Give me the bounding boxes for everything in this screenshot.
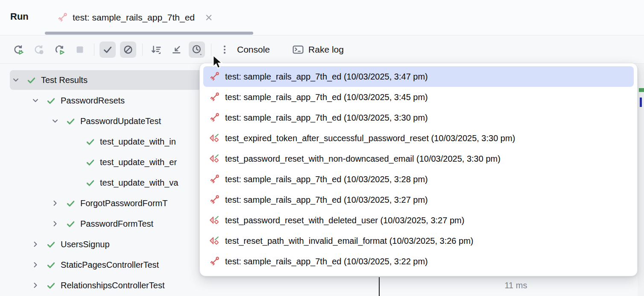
test-runner-toolbar: Console Rake log bbox=[0, 36, 644, 64]
toolbar-separator bbox=[142, 44, 143, 56]
rake-task-icon bbox=[209, 92, 220, 102]
test-passed-icon bbox=[85, 157, 95, 167]
test-duration: 11 ms bbox=[504, 275, 527, 296]
sort-duration-icon bbox=[150, 44, 161, 55]
panel-splitter[interactable] bbox=[379, 277, 380, 296]
chevron-right-icon[interactable] bbox=[50, 219, 60, 228]
history-item[interactable]: test: sample_rails_app_7th_ed (10/03/202… bbox=[203, 87, 634, 107]
history-item-label: test_password_reset_with_non-downcased_e… bbox=[225, 154, 501, 164]
history-item-label: test: sample_rails_app_7th_ed (10/03/202… bbox=[225, 257, 428, 266]
close-icon[interactable] bbox=[204, 13, 214, 22]
history-item[interactable]: test_password_reset_with_non-downcased_e… bbox=[203, 148, 634, 169]
chevron-down-icon[interactable] bbox=[50, 116, 60, 126]
rake-task-icon bbox=[209, 174, 220, 184]
tab-console[interactable]: Console bbox=[237, 44, 270, 55]
clock-icon bbox=[191, 44, 202, 55]
show-ignored-button[interactable] bbox=[120, 41, 136, 58]
history-item-label: test: sample_rails_app_7th_ed (10/03/202… bbox=[225, 113, 428, 123]
test-passed-icon bbox=[85, 178, 95, 188]
history-item[interactable]: test: sample_rails_app_7th_ed (10/03/202… bbox=[203, 189, 634, 210]
history-item-label: test: sample_rails_app_7th_ed (10/03/202… bbox=[225, 92, 428, 102]
chevron-down-icon[interactable] bbox=[31, 96, 40, 105]
console-tab-label: Console bbox=[237, 44, 270, 55]
rerun-failed-tests-button bbox=[31, 41, 47, 58]
rake-log-tab-label: Rake log bbox=[308, 44, 344, 55]
test-node-label: PasswordResets bbox=[61, 96, 125, 106]
minitest-icon bbox=[209, 215, 220, 225]
test-node-label: test_update_with_in bbox=[100, 137, 176, 147]
ban-icon bbox=[123, 44, 134, 55]
test-passed-icon bbox=[46, 96, 56, 106]
tab-rake-log[interactable]: Rake log bbox=[292, 44, 344, 55]
test-node-label: PasswordFormTest bbox=[80, 219, 153, 229]
tree-indent-spacer bbox=[70, 178, 79, 187]
history-item[interactable]: test: sample_rails_app_7th_ed (10/03/202… bbox=[203, 251, 634, 272]
sort-by-duration-button[interactable] bbox=[148, 41, 164, 58]
rerun-icon bbox=[13, 44, 24, 55]
auto-test-icon bbox=[54, 44, 65, 55]
test-node-label: RelationshipsControllerTest bbox=[61, 281, 164, 290]
test-history-popup: test: sample_rails_app_7th_ed (10/03/202… bbox=[199, 63, 638, 276]
test-passed-icon bbox=[46, 240, 56, 249]
rake-task-icon bbox=[209, 71, 220, 82]
test-node-label: StaticPagesControllerTest bbox=[61, 260, 159, 270]
stop-icon bbox=[74, 44, 85, 55]
minitest-icon bbox=[209, 236, 220, 246]
test-passed-icon bbox=[46, 281, 56, 290]
check-filter-icon bbox=[102, 44, 113, 55]
test-node-label: UsersSignup bbox=[61, 240, 110, 249]
test-passed-icon bbox=[66, 116, 76, 126]
history-item[interactable]: test: sample_rails_app_7th_ed (10/03/202… bbox=[203, 66, 634, 87]
navigate-with-single-click-button[interactable] bbox=[168, 41, 184, 58]
test-node-label: test_update_with_er bbox=[100, 157, 177, 167]
tree-indent-spacer bbox=[70, 137, 79, 146]
progress-bar-fragment bbox=[639, 88, 644, 92]
test-node-label: ForgotPasswordFormT bbox=[80, 198, 168, 208]
history-item[interactable]: test: sample_rails_app_7th_ed (10/03/202… bbox=[203, 169, 634, 189]
test-passed-icon bbox=[46, 260, 56, 270]
history-item[interactable]: test_password_reset_with_deleted_user (1… bbox=[203, 210, 634, 231]
history-item-label: test_password_reset_with_deleted_user (1… bbox=[225, 216, 464, 225]
history-item[interactable]: test: sample_rails_app_7th_ed (10/03/202… bbox=[203, 107, 634, 128]
toolbar-separator bbox=[94, 44, 94, 56]
chevron-right-icon[interactable] bbox=[50, 198, 60, 208]
kebab-icon bbox=[219, 44, 230, 55]
minitest-icon bbox=[209, 133, 220, 143]
chevron-right-icon[interactable] bbox=[31, 260, 40, 269]
run-tab-label: test: sample_rails_app_7th_ed bbox=[73, 12, 195, 23]
history-item-label: test: sample_rails_app_7th_ed (10/03/202… bbox=[225, 175, 428, 184]
history-item-label: test: sample_rails_app_7th_ed (10/03/202… bbox=[225, 72, 428, 82]
test-node-label: PasswordUpdateTest bbox=[80, 116, 161, 126]
history-item-label: test_expired_token_after_successful_pass… bbox=[225, 133, 515, 143]
history-item[interactable]: test_expired_token_after_successful_pass… bbox=[203, 128, 634, 148]
rake-task-icon bbox=[57, 12, 67, 23]
show-passed-button[interactable] bbox=[100, 41, 116, 58]
rake-task-icon bbox=[209, 112, 220, 123]
rerun-failed-icon bbox=[33, 44, 44, 55]
test-node-label: test_update_with_va bbox=[100, 178, 178, 188]
tool-window-header: Run test: sample_rails_app_7th_ed bbox=[0, 0, 644, 36]
scrollbar-fragment bbox=[640, 98, 642, 107]
run-configuration-tab[interactable]: test: sample_rails_app_7th_ed bbox=[45, 0, 253, 35]
test-passed-icon bbox=[66, 198, 76, 208]
tool-window-title: Run bbox=[10, 11, 29, 22]
stop-button bbox=[72, 41, 88, 58]
test-history-button[interactable] bbox=[189, 41, 205, 58]
chevron-right-icon[interactable] bbox=[31, 281, 40, 290]
history-item[interactable]: test_reset_path_with_invalid_email_forma… bbox=[203, 231, 634, 251]
tree-indent-spacer bbox=[70, 157, 79, 167]
mouse-cursor bbox=[212, 55, 223, 69]
rerun-button[interactable] bbox=[10, 41, 26, 58]
history-item-label: test_reset_path_with_invalid_email_forma… bbox=[225, 236, 473, 246]
test-passed-icon bbox=[85, 137, 95, 147]
toggle-auto-test-button[interactable] bbox=[51, 41, 67, 58]
arrow-corner-icon bbox=[171, 44, 182, 55]
history-item-label: test: sample_rails_app_7th_ed (10/03/202… bbox=[225, 195, 428, 205]
terminal-icon bbox=[292, 44, 304, 55]
toolbar-separator bbox=[211, 44, 211, 56]
chevron-right-icon[interactable] bbox=[31, 240, 40, 249]
rake-task-icon bbox=[209, 256, 220, 266]
chevron-down-icon[interactable] bbox=[11, 75, 20, 85]
test-tree-row[interactable]: RelationshipsControllerTest11 ms bbox=[0, 275, 644, 296]
test-passed-icon bbox=[66, 219, 76, 229]
